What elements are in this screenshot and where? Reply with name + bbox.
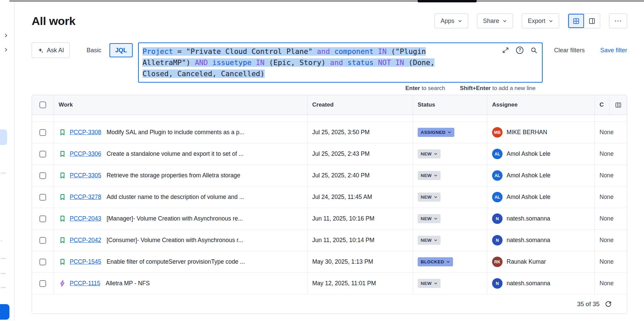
grid-view-toggle[interactable] — [568, 14, 584, 28]
ellipsis-icon[interactable]: ⋯ — [1, 270, 6, 276]
apps-button-label: Apps — [441, 18, 454, 25]
column-header-work[interactable]: Work — [54, 95, 307, 115]
status-dropdown[interactable]: NEW — [418, 193, 441, 202]
select-all-checkbox[interactable] — [39, 101, 46, 108]
row-checkbox[interactable] — [39, 129, 46, 136]
filter-bar: Ask AI Basic JQL Project = "Private Clou… — [32, 42, 627, 83]
grid-view-icon — [573, 18, 580, 25]
row-count: 35 of 35 — [577, 300, 600, 308]
created-cell: Jun 11, 2025, 10:16 PM — [307, 208, 413, 229]
issue-key-link[interactable]: PCCP-3278 — [70, 194, 101, 201]
ask-ai-button[interactable]: Ask AI — [32, 42, 70, 58]
search-icon — [530, 47, 538, 54]
issue-key-link[interactable]: PCCP-2042 — [70, 237, 101, 244]
table-row[interactable]: PCCP-2043[Manager]- Volume Creation with… — [32, 208, 627, 230]
row-checkbox[interactable] — [39, 172, 46, 179]
table-row[interactable]: PCCP-3305Retrieve the storage properties… — [32, 165, 627, 186]
created-cell: Jul 25, 2025, 3:50 PM — [307, 122, 413, 143]
share-button[interactable]: Share — [477, 13, 513, 28]
table-row-partial — [32, 115, 627, 122]
table-row[interactable]: PCCP-2042[Consumer]- Volume Creation wit… — [32, 230, 627, 251]
search-submit-button[interactable] — [530, 46, 538, 54]
row-checkbox[interactable] — [39, 280, 46, 287]
table-row[interactable]: PCCP-1545Enable filter of computeServer … — [32, 251, 627, 273]
assignee-name: Raunak Kumar — [507, 258, 546, 265]
ellipsis-icon[interactable]: ⋯ — [1, 170, 6, 176]
clear-filters-button[interactable]: Clear filters — [554, 42, 585, 58]
status-dropdown[interactable]: ASSIGNED — [418, 128, 454, 137]
more-actions-button[interactable]: ⋯ — [609, 13, 627, 28]
row-checkbox[interactable] — [39, 151, 46, 157]
table-row[interactable]: PCCP-3306Create a standalone volume and … — [32, 143, 627, 165]
issue-summary: Enable filter of computeServer provision… — [106, 258, 245, 265]
sidebar-blue-button-fragment[interactable] — [0, 304, 9, 320]
export-button[interactable]: Export — [522, 13, 559, 28]
status-dropdown[interactable]: NEW — [418, 171, 441, 180]
mode-jql-button[interactable]: JQL — [109, 43, 133, 57]
configure-columns-button[interactable] — [609, 95, 627, 115]
row-checkbox[interactable] — [39, 237, 46, 244]
issue-summary: Create a standalone volume and export it… — [106, 150, 244, 157]
column-header-created[interactable]: Created — [307, 95, 413, 115]
chevron-right-icon[interactable] — [3, 47, 8, 54]
extra-cell: None — [594, 208, 627, 229]
window-top-border — [9, 1, 644, 1]
table-row[interactable]: PCCP-3278Add cluster name to the descrip… — [32, 186, 627, 208]
status-dropdown[interactable]: NEW — [418, 279, 441, 288]
table-row[interactable]: PCCP-1115Alletra MP - NFSMay 12, 2025, 1… — [32, 273, 627, 294]
issue-key-link[interactable]: PCCP-1545 — [70, 258, 101, 265]
syntax-help-button[interactable]: ? — [516, 46, 524, 54]
issue-key-link[interactable]: PCCP-1115 — [70, 280, 100, 287]
story-icon — [59, 150, 66, 158]
status-dropdown[interactable]: BLOCKED — [418, 257, 453, 266]
assignee-name: natesh.somanna — [507, 280, 550, 287]
story-icon — [59, 193, 66, 201]
ellipsis-icon[interactable]: ⋯ — [1, 256, 6, 262]
created-cell: May 30, 2025, 1:13 PM — [307, 251, 413, 272]
assignee-name: Amol Ashok Lele — [507, 172, 550, 179]
table-row[interactable]: PCCP-3308Modify SAL and Plugin to includ… — [32, 122, 627, 143]
jql-query-editor[interactable]: Project = "Private Cloud Control Plane" … — [138, 42, 543, 83]
jql-editor-content: Project = "Private Cloud Control Plane" … — [142, 46, 502, 79]
ai-sparkle-icon — [37, 47, 44, 54]
mode-basic-button[interactable]: Basic — [83, 42, 105, 58]
issue-key-link[interactable]: PCCP-3305 — [70, 172, 101, 179]
row-checkbox[interactable] — [39, 259, 46, 265]
browser-tab-fragment — [418, 0, 477, 2]
issue-key-link[interactable]: PCCP-3306 — [70, 150, 101, 157]
detail-view-icon — [588, 18, 595, 25]
epic-icon — [59, 280, 66, 287]
columns-icon — [615, 101, 622, 109]
status-dropdown[interactable]: NEW — [418, 149, 441, 158]
column-header-extra[interactable]: C — [595, 101, 609, 108]
row-checkbox[interactable] — [39, 215, 46, 222]
status-dropdown[interactable]: NEW — [418, 214, 441, 223]
chevron-right-icon[interactable] — [3, 33, 8, 39]
refresh-icon — [605, 300, 612, 308]
refresh-button[interactable] — [605, 300, 612, 308]
issue-key-link[interactable]: PCCP-2043 — [70, 215, 101, 222]
ask-ai-label: Ask AI — [47, 47, 64, 54]
assignee-name: Amol Ashok Lele — [507, 194, 550, 201]
column-header-assignee[interactable]: Assignee — [487, 95, 594, 115]
expand-editor-button[interactable] — [502, 46, 510, 54]
assignee-avatar: AL — [492, 192, 503, 202]
issue-key-link[interactable]: PCCP-3308 — [70, 129, 101, 136]
work-items-table: Work Created Status Assignee C PCCP-3308… — [32, 95, 627, 314]
status-dropdown[interactable]: NEW — [418, 236, 441, 245]
table-body: PCCP-3308Modify SAL and Plugin to includ… — [32, 122, 627, 294]
sidebar-active-item-fragment[interactable] — [0, 129, 7, 145]
column-header-status[interactable]: Status — [413, 95, 487, 115]
jql-editor-icons: ? — [502, 46, 538, 54]
apps-button[interactable]: Apps — [434, 13, 468, 28]
issue-summary: [Consumer]- Volume Creation with Asynchr… — [106, 237, 243, 244]
row-checkbox[interactable] — [39, 194, 46, 201]
issue-summary: Add cluster name to the description of v… — [106, 194, 244, 201]
table-header: Work Created Status Assignee C — [32, 95, 627, 115]
created-cell: Jul 25, 2025, 2:43 PM — [307, 143, 413, 165]
detail-view-toggle[interactable] — [584, 14, 600, 28]
save-filter-link[interactable]: Save filter — [600, 42, 627, 58]
ellipsis-icon[interactable]: ⋯ — [1, 285, 6, 291]
ellipsis-icon[interactable]: · — [1, 237, 3, 243]
assignee-avatar: N — [492, 213, 503, 224]
